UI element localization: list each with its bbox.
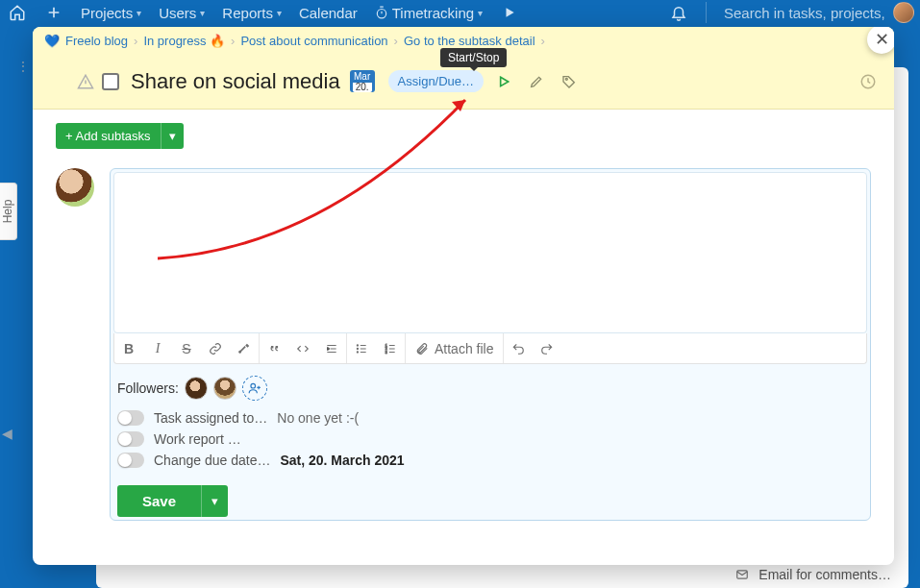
date-badge[interactable]: Mar 20. xyxy=(350,70,375,92)
svg-point-3 xyxy=(565,78,567,80)
comment-textarea[interactable] xyxy=(113,172,867,333)
followers-label: Followers: xyxy=(117,380,179,396)
modal-body: + Add subtasks ▾ B I S xyxy=(33,110,894,534)
svg-text:3: 3 xyxy=(385,350,387,354)
opt-work-report-label: Work report … xyxy=(154,431,241,447)
avatar[interactable] xyxy=(893,2,914,23)
bell-icon[interactable] xyxy=(669,3,688,22)
opt-work-report: Work report … xyxy=(117,431,867,447)
task-checkbox[interactable] xyxy=(102,73,119,90)
svg-point-7 xyxy=(357,351,358,352)
date-month: Mar xyxy=(354,72,370,82)
italic-button[interactable]: I xyxy=(143,334,172,363)
nav-timetracking[interactable]: Timetracking▾ xyxy=(375,5,483,21)
link-button[interactable] xyxy=(201,334,230,363)
chevron-down-icon: ▾ xyxy=(277,8,282,18)
toggle-due[interactable] xyxy=(117,453,144,468)
email-comments-label: Email for comments… xyxy=(758,567,891,582)
task-modal: ✕ 💙 Freelo blog › In progress 🔥 › Post a… xyxy=(33,27,894,565)
save-dropdown[interactable]: ▾ xyxy=(201,485,228,517)
toggle-assigned[interactable] xyxy=(117,410,144,426)
nav-projects-label: Projects xyxy=(81,5,133,21)
add-subtasks-button[interactable]: + Add subtasks xyxy=(56,123,161,149)
plus-icon[interactable] xyxy=(44,3,63,22)
start-stop-button[interactable] xyxy=(491,69,516,94)
crumb-subtask[interactable]: Go to the subtask detail xyxy=(404,34,535,48)
editor-toolbar: B I S 123 xyxy=(113,333,867,364)
attach-file-button[interactable]: Attach file xyxy=(406,341,503,356)
code-button[interactable] xyxy=(288,334,317,363)
avatar xyxy=(56,168,94,207)
top-nav: Projects▾ Users▾ Reports▾ Calendar Timet… xyxy=(0,0,920,25)
comment-editor: B I S 123 xyxy=(110,168,871,521)
indent-button[interactable] xyxy=(317,334,346,363)
strike-button[interactable]: S xyxy=(172,334,201,363)
redo-button[interactable] xyxy=(533,334,561,363)
nav-calendar-label: Calendar xyxy=(299,5,358,21)
save-button[interactable]: Save xyxy=(117,485,201,517)
crumb-list[interactable]: In progress 🔥 xyxy=(143,34,225,48)
home-icon[interactable] xyxy=(8,3,27,22)
chevron-right-icon: › xyxy=(231,34,235,48)
tag-icon[interactable] xyxy=(557,69,582,94)
opt-assigned-value: No one yet :-( xyxy=(277,410,359,426)
stopwatch-icon xyxy=(375,6,388,19)
nav-users-label: Users xyxy=(159,5,196,21)
crumb-project[interactable]: Freelo blog xyxy=(65,34,128,48)
follower-avatar[interactable] xyxy=(185,377,208,400)
help-tab-label: Help xyxy=(2,200,15,224)
nav-reports[interactable]: Reports▾ xyxy=(222,5,282,21)
svg-point-5 xyxy=(357,344,358,345)
attach-label: Attach file xyxy=(435,341,493,356)
heart-icon: 💙 xyxy=(44,34,60,48)
nav-reports-label: Reports xyxy=(222,5,273,21)
brush-icon[interactable] xyxy=(230,334,259,363)
assign-due-button[interactable]: Assign/Due… xyxy=(388,70,484,92)
bold-button[interactable]: B xyxy=(114,334,143,363)
close-button[interactable]: ✕ xyxy=(867,27,894,54)
paperclip-icon xyxy=(415,342,429,355)
chevron-right-icon: › xyxy=(541,34,545,48)
add-follower-button[interactable] xyxy=(242,376,267,401)
opt-assigned-label: Task assigned to… xyxy=(154,410,267,426)
chevron-right-icon: › xyxy=(394,34,398,48)
opt-due-label: Change due date… xyxy=(154,453,270,468)
nav-timetracking-label: Timetracking xyxy=(392,5,474,21)
search-input[interactable] xyxy=(724,5,887,21)
quote-button[interactable] xyxy=(260,334,288,363)
nav-calendar[interactable]: Calendar xyxy=(299,5,358,21)
email-for-comments[interactable]: Email for comments… xyxy=(734,567,891,582)
add-subtasks-dropdown[interactable]: ▾ xyxy=(161,123,184,149)
opt-assigned: Task assigned to… No one yet :-( xyxy=(117,410,867,426)
undo-button[interactable] xyxy=(504,334,533,363)
pencil-icon[interactable] xyxy=(524,69,549,94)
task-title[interactable]: Share on social media xyxy=(131,69,340,94)
opt-due-value: Sat, 20. March 2021 xyxy=(280,453,404,468)
play-icon[interactable] xyxy=(500,3,519,22)
chevron-down-icon: ▾ xyxy=(478,8,483,18)
opt-due: Change due date… Sat, 20. March 2021 xyxy=(117,453,867,468)
follower-avatar[interactable] xyxy=(213,377,236,400)
chevron-down-icon: ▾ xyxy=(137,8,141,18)
nav-users[interactable]: Users▾ xyxy=(159,5,205,21)
chevron-down-icon: ▾ xyxy=(200,8,205,18)
collapse-arrow-icon[interactable]: ◀ xyxy=(0,423,13,444)
clock-icon[interactable] xyxy=(856,69,881,94)
svg-point-6 xyxy=(357,348,358,349)
help-tab[interactable]: Help xyxy=(0,183,17,240)
svg-point-11 xyxy=(251,383,256,388)
followers-row: Followers: xyxy=(117,376,867,401)
envelope-icon xyxy=(734,568,751,581)
crumb-task[interactable]: Post about communication xyxy=(240,34,387,48)
tooltip-startstop: Start/Stop xyxy=(440,48,507,67)
warning-icon[interactable] xyxy=(77,73,94,90)
chevron-right-icon: › xyxy=(134,34,137,48)
nav-projects[interactable]: Projects▾ xyxy=(81,5,141,21)
ol-button[interactable]: 123 xyxy=(376,334,405,363)
ul-button[interactable] xyxy=(347,334,376,363)
toggle-work-report[interactable] xyxy=(117,431,144,447)
date-day: 20. xyxy=(353,83,372,92)
